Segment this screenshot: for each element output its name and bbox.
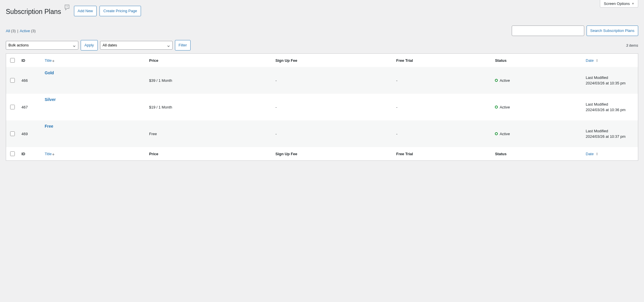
row-checkbox[interactable] [10, 105, 15, 109]
items-count: 3 items [626, 43, 638, 48]
column-footer-price: Price [149, 152, 158, 156]
row-signup-fee: - [273, 120, 393, 147]
search-input[interactable] [512, 26, 584, 36]
sort-icon: ▲▼ [596, 152, 598, 156]
column-header-price: Price [149, 58, 158, 63]
bulk-actions-select[interactable]: Bulk actions [6, 41, 78, 50]
row-free-trial: - [393, 67, 492, 94]
column-footer-signup: Sign Up Fee [276, 152, 297, 156]
row-date-label: Last Modified [586, 129, 635, 133]
sort-icon: ◆ [52, 153, 55, 156]
row-price: $39 / 1 Month [146, 67, 273, 94]
add-new-button[interactable]: Add New [74, 6, 97, 16]
screen-options-label: Screen Options [604, 1, 630, 6]
column-footer-id: ID [21, 152, 25, 156]
date-filter-select[interactable]: All dates [100, 41, 173, 50]
filter-all-link[interactable]: All [6, 29, 10, 33]
row-date-label: Last Modified [586, 102, 635, 106]
row-checkbox[interactable] [10, 78, 15, 83]
select-all-checkbox-bottom[interactable] [10, 151, 15, 156]
row-title-link[interactable]: Gold [45, 70, 54, 75]
filter-active-link[interactable]: Active [20, 29, 30, 33]
column-header-trial: Free Trial [396, 58, 413, 63]
row-id: 466 [19, 67, 42, 94]
column-footer-date[interactable]: Date ▲▼ [586, 152, 598, 156]
status-active-icon [495, 106, 498, 108]
column-header-title[interactable]: Title◆ [45, 58, 55, 63]
row-free-trial: - [393, 120, 492, 147]
row-title-link[interactable]: Silver [45, 97, 56, 102]
table-row: 467 Silver $19 / 1 Month - - Active Last… [6, 94, 638, 120]
caret-down-icon: ▼ [632, 2, 634, 5]
column-header-status: Status [495, 58, 506, 63]
filter-button[interactable]: Filter [175, 40, 191, 50]
create-pricing-page-button[interactable]: Create Pricing Page [100, 6, 141, 16]
row-id: 469 [19, 120, 42, 147]
search-button[interactable]: Search Subscription Plans [587, 26, 638, 36]
select-all-checkbox[interactable] [10, 58, 15, 63]
sort-icon: ◆ [52, 59, 55, 62]
table-row: 466 Gold $39 / 1 Month - - Active Last M… [6, 67, 638, 94]
filter-active-count: (3) [31, 29, 36, 33]
row-checkbox[interactable] [10, 131, 15, 136]
column-footer-trial: Free Trial [396, 152, 413, 156]
screen-options-toggle[interactable]: Screen Options ▼ [600, 0, 638, 8]
row-id: 467 [19, 94, 42, 120]
row-price: Free [146, 120, 273, 147]
column-footer-title[interactable]: Title◆ [45, 152, 55, 156]
sort-icon: ▲▼ [596, 59, 598, 62]
apply-bulk-button[interactable]: Apply [81, 40, 98, 50]
row-price: $19 / 1 Month [146, 94, 273, 120]
column-header-signup: Sign Up Fee [276, 58, 297, 63]
table-row: 469 Free Free - - Active Last Modified 2… [6, 120, 638, 147]
filter-all-count: (3) [11, 29, 16, 33]
svg-text:?: ? [66, 5, 68, 8]
row-status: Active [500, 105, 510, 109]
column-header-id: ID [21, 58, 25, 63]
row-title-link[interactable]: Free [45, 124, 53, 129]
filter-separator: | [17, 29, 18, 33]
status-active-icon [495, 79, 498, 82]
row-free-trial: - [393, 94, 492, 120]
column-header-date[interactable]: Date ▲▼ [586, 58, 598, 63]
row-signup-fee: - [273, 94, 393, 120]
column-footer-status: Status [495, 152, 506, 156]
status-active-icon [495, 132, 498, 135]
row-date-value: 2024/03/26 at 10:35 pm [586, 81, 635, 85]
page-title: Subscription Plans [6, 5, 61, 17]
row-signup-fee: - [273, 67, 393, 94]
row-date-value: 2024/03/26 at 10:36 pm [586, 108, 635, 112]
row-status: Active [500, 78, 510, 83]
row-date-label: Last Modified [586, 75, 635, 80]
help-icon[interactable]: ? [64, 4, 71, 11]
row-date-value: 2024/03/26 at 10:37 pm [586, 134, 635, 139]
row-status: Active [500, 132, 510, 136]
